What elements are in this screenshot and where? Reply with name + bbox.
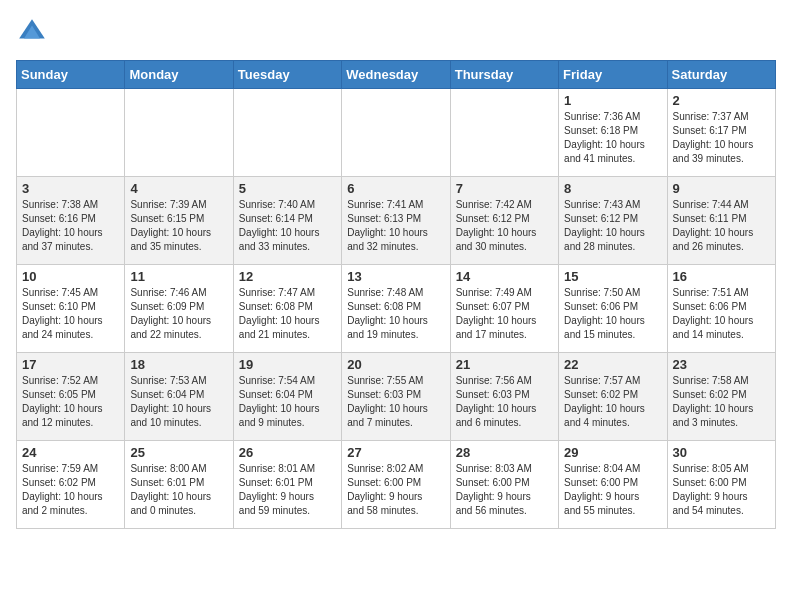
day-info: Sunrise: 8:02 AM Sunset: 6:00 PM Dayligh… (347, 462, 444, 518)
day-info: Sunrise: 7:46 AM Sunset: 6:09 PM Dayligh… (130, 286, 227, 342)
weekday-header: Monday (125, 61, 233, 89)
day-info: Sunrise: 8:01 AM Sunset: 6:01 PM Dayligh… (239, 462, 336, 518)
day-info: Sunrise: 7:56 AM Sunset: 6:03 PM Dayligh… (456, 374, 553, 430)
calendar-cell: 19Sunrise: 7:54 AM Sunset: 6:04 PM Dayli… (233, 353, 341, 441)
day-number: 29 (564, 445, 661, 460)
day-number: 1 (564, 93, 661, 108)
calendar-cell: 5Sunrise: 7:40 AM Sunset: 6:14 PM Daylig… (233, 177, 341, 265)
day-number: 10 (22, 269, 119, 284)
day-info: Sunrise: 7:48 AM Sunset: 6:08 PM Dayligh… (347, 286, 444, 342)
day-info: Sunrise: 7:41 AM Sunset: 6:13 PM Dayligh… (347, 198, 444, 254)
day-number: 23 (673, 357, 770, 372)
day-info: Sunrise: 7:58 AM Sunset: 6:02 PM Dayligh… (673, 374, 770, 430)
day-number: 5 (239, 181, 336, 196)
day-info: Sunrise: 7:36 AM Sunset: 6:18 PM Dayligh… (564, 110, 661, 166)
day-info: Sunrise: 7:47 AM Sunset: 6:08 PM Dayligh… (239, 286, 336, 342)
day-number: 27 (347, 445, 444, 460)
weekday-header-row: SundayMondayTuesdayWednesdayThursdayFrid… (17, 61, 776, 89)
calendar-cell: 9Sunrise: 7:44 AM Sunset: 6:11 PM Daylig… (667, 177, 775, 265)
day-number: 11 (130, 269, 227, 284)
calendar-cell: 17Sunrise: 7:52 AM Sunset: 6:05 PM Dayli… (17, 353, 125, 441)
day-number: 30 (673, 445, 770, 460)
weekday-header: Sunday (17, 61, 125, 89)
calendar-table: SundayMondayTuesdayWednesdayThursdayFrid… (16, 60, 776, 529)
day-info: Sunrise: 7:38 AM Sunset: 6:16 PM Dayligh… (22, 198, 119, 254)
day-number: 13 (347, 269, 444, 284)
calendar-week-row: 24Sunrise: 7:59 AM Sunset: 6:02 PM Dayli… (17, 441, 776, 529)
day-number: 19 (239, 357, 336, 372)
day-info: Sunrise: 7:39 AM Sunset: 6:15 PM Dayligh… (130, 198, 227, 254)
calendar-cell: 25Sunrise: 8:00 AM Sunset: 6:01 PM Dayli… (125, 441, 233, 529)
day-number: 9 (673, 181, 770, 196)
calendar-cell: 6Sunrise: 7:41 AM Sunset: 6:13 PM Daylig… (342, 177, 450, 265)
logo (16, 16, 52, 48)
day-info: Sunrise: 7:54 AM Sunset: 6:04 PM Dayligh… (239, 374, 336, 430)
weekday-header: Wednesday (342, 61, 450, 89)
weekday-header: Thursday (450, 61, 558, 89)
calendar-week-row: 3Sunrise: 7:38 AM Sunset: 6:16 PM Daylig… (17, 177, 776, 265)
day-info: Sunrise: 7:49 AM Sunset: 6:07 PM Dayligh… (456, 286, 553, 342)
calendar-cell (342, 89, 450, 177)
day-info: Sunrise: 8:00 AM Sunset: 6:01 PM Dayligh… (130, 462, 227, 518)
day-info: Sunrise: 7:52 AM Sunset: 6:05 PM Dayligh… (22, 374, 119, 430)
day-number: 28 (456, 445, 553, 460)
calendar-week-row: 1Sunrise: 7:36 AM Sunset: 6:18 PM Daylig… (17, 89, 776, 177)
day-info: Sunrise: 7:44 AM Sunset: 6:11 PM Dayligh… (673, 198, 770, 254)
day-number: 15 (564, 269, 661, 284)
day-number: 4 (130, 181, 227, 196)
weekday-header: Friday (559, 61, 667, 89)
calendar-week-row: 17Sunrise: 7:52 AM Sunset: 6:05 PM Dayli… (17, 353, 776, 441)
calendar-cell: 23Sunrise: 7:58 AM Sunset: 6:02 PM Dayli… (667, 353, 775, 441)
calendar-cell: 28Sunrise: 8:03 AM Sunset: 6:00 PM Dayli… (450, 441, 558, 529)
calendar-cell: 14Sunrise: 7:49 AM Sunset: 6:07 PM Dayli… (450, 265, 558, 353)
calendar-cell: 2Sunrise: 7:37 AM Sunset: 6:17 PM Daylig… (667, 89, 775, 177)
day-number: 6 (347, 181, 444, 196)
calendar-cell: 4Sunrise: 7:39 AM Sunset: 6:15 PM Daylig… (125, 177, 233, 265)
day-number: 24 (22, 445, 119, 460)
calendar-cell: 8Sunrise: 7:43 AM Sunset: 6:12 PM Daylig… (559, 177, 667, 265)
day-number: 8 (564, 181, 661, 196)
day-number: 22 (564, 357, 661, 372)
day-number: 7 (456, 181, 553, 196)
day-info: Sunrise: 7:45 AM Sunset: 6:10 PM Dayligh… (22, 286, 119, 342)
day-number: 2 (673, 93, 770, 108)
day-info: Sunrise: 7:57 AM Sunset: 6:02 PM Dayligh… (564, 374, 661, 430)
day-number: 26 (239, 445, 336, 460)
calendar-cell: 30Sunrise: 8:05 AM Sunset: 6:00 PM Dayli… (667, 441, 775, 529)
calendar-cell: 3Sunrise: 7:38 AM Sunset: 6:16 PM Daylig… (17, 177, 125, 265)
day-info: Sunrise: 7:59 AM Sunset: 6:02 PM Dayligh… (22, 462, 119, 518)
logo-icon (16, 16, 48, 48)
calendar-cell (450, 89, 558, 177)
day-number: 21 (456, 357, 553, 372)
day-info: Sunrise: 7:51 AM Sunset: 6:06 PM Dayligh… (673, 286, 770, 342)
calendar-cell (125, 89, 233, 177)
calendar-cell: 10Sunrise: 7:45 AM Sunset: 6:10 PM Dayli… (17, 265, 125, 353)
calendar-cell (233, 89, 341, 177)
day-number: 20 (347, 357, 444, 372)
calendar-cell: 7Sunrise: 7:42 AM Sunset: 6:12 PM Daylig… (450, 177, 558, 265)
day-info: Sunrise: 7:40 AM Sunset: 6:14 PM Dayligh… (239, 198, 336, 254)
day-number: 18 (130, 357, 227, 372)
day-info: Sunrise: 7:55 AM Sunset: 6:03 PM Dayligh… (347, 374, 444, 430)
day-info: Sunrise: 7:50 AM Sunset: 6:06 PM Dayligh… (564, 286, 661, 342)
calendar-cell: 24Sunrise: 7:59 AM Sunset: 6:02 PM Dayli… (17, 441, 125, 529)
calendar-cell: 18Sunrise: 7:53 AM Sunset: 6:04 PM Dayli… (125, 353, 233, 441)
day-number: 17 (22, 357, 119, 372)
calendar-cell: 1Sunrise: 7:36 AM Sunset: 6:18 PM Daylig… (559, 89, 667, 177)
day-info: Sunrise: 8:04 AM Sunset: 6:00 PM Dayligh… (564, 462, 661, 518)
day-number: 3 (22, 181, 119, 196)
calendar-cell: 15Sunrise: 7:50 AM Sunset: 6:06 PM Dayli… (559, 265, 667, 353)
calendar-cell: 13Sunrise: 7:48 AM Sunset: 6:08 PM Dayli… (342, 265, 450, 353)
calendar-cell: 21Sunrise: 7:56 AM Sunset: 6:03 PM Dayli… (450, 353, 558, 441)
day-number: 12 (239, 269, 336, 284)
day-info: Sunrise: 7:43 AM Sunset: 6:12 PM Dayligh… (564, 198, 661, 254)
calendar-cell: 26Sunrise: 8:01 AM Sunset: 6:01 PM Dayli… (233, 441, 341, 529)
calendar-cell: 29Sunrise: 8:04 AM Sunset: 6:00 PM Dayli… (559, 441, 667, 529)
weekday-header: Tuesday (233, 61, 341, 89)
calendar-cell (17, 89, 125, 177)
calendar-cell: 20Sunrise: 7:55 AM Sunset: 6:03 PM Dayli… (342, 353, 450, 441)
day-info: Sunrise: 7:53 AM Sunset: 6:04 PM Dayligh… (130, 374, 227, 430)
page-header (16, 16, 776, 48)
day-info: Sunrise: 7:42 AM Sunset: 6:12 PM Dayligh… (456, 198, 553, 254)
day-info: Sunrise: 8:05 AM Sunset: 6:00 PM Dayligh… (673, 462, 770, 518)
